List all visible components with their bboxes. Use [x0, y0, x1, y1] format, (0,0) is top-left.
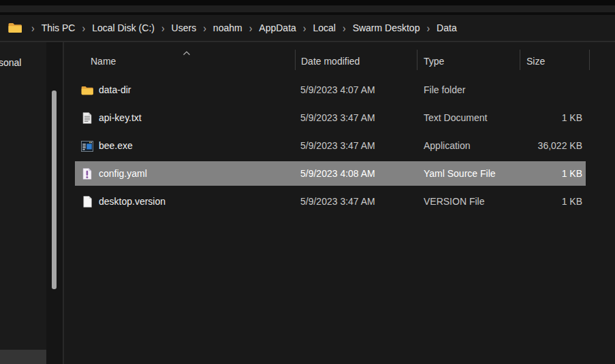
commandbar-strip — [0, 5, 615, 12]
file-date-modified: 5/9/2023 3:47 AM — [300, 132, 375, 160]
column-separator[interactable] — [417, 50, 417, 70]
breadcrumb-item[interactable]: Local — [313, 22, 335, 33]
file-date-modified: 5/9/2023 4:08 AM — [300, 160, 375, 188]
breadcrumb-item[interactable]: noahm — [213, 22, 242, 33]
breadcrumb-chevron-icon: › — [155, 22, 172, 34]
file-type: File folder — [424, 76, 465, 104]
file-list-pane: Name Date modified Type Size data-dir 5/… — [64, 42, 615, 364]
address-bar[interactable]: ›This PC›Local Disk (C:)›Users›noahm›App… — [0, 15, 615, 41]
file-row[interactable]: desktop.version 5/9/2023 3:47 AM VERSION… — [64, 188, 615, 216]
explorer-content: sonal Name Date modified Type Size — [0, 42, 615, 364]
application-icon — [80, 139, 94, 153]
file-type: Application — [424, 132, 471, 160]
file-name: config.yaml — [99, 160, 147, 188]
column-separator[interactable] — [295, 50, 296, 70]
column-header-date-modified[interactable]: Date modified — [301, 48, 360, 75]
file-type: Text Document — [424, 104, 487, 132]
file-size: 1 KB — [500, 160, 582, 188]
file-list: data-dir 5/9/2023 4:07 AM File folder ap… — [64, 76, 615, 216]
breadcrumb-chevron-icon: › — [420, 22, 437, 34]
breadcrumb-item[interactable]: Swarm Desktop — [353, 22, 420, 33]
file-name: bee.exe — [99, 132, 133, 160]
column-header-name[interactable]: Name — [91, 48, 116, 75]
yaml-file-icon — [80, 167, 94, 181]
file-row[interactable]: bee.exe 5/9/2023 3:47 AM Application 36,… — [64, 132, 615, 160]
column-header-size[interactable]: Size — [526, 48, 545, 75]
breadcrumb-chevron-icon: › — [75, 22, 92, 34]
titlebar-strip — [0, 0, 615, 5]
breadcrumb-chevron-icon: › — [296, 22, 313, 34]
column-headers: Name Date modified Type Size — [64, 42, 615, 75]
file-type: Yaml Source File — [424, 160, 496, 188]
file-row[interactable]: data-dir 5/9/2023 4:07 AM File folder — [64, 76, 615, 104]
blank-file-icon — [80, 195, 94, 209]
breadcrumb-chevron-icon: › — [242, 22, 259, 34]
file-name: desktop.version — [99, 188, 165, 216]
file-row[interactable]: config.yaml 5/9/2023 4:08 AM Yaml Source… — [64, 160, 615, 188]
breadcrumb-chevron-icon: › — [196, 22, 213, 34]
sort-ascending-icon — [183, 46, 191, 52]
breadcrumb: ›This PC›Local Disk (C:)›Users›noahm›App… — [25, 22, 457, 33]
breadcrumb-item[interactable]: This PC — [42, 22, 76, 33]
file-explorer-window: ›This PC›Local Disk (C:)›Users›noahm›App… — [0, 0, 615, 364]
sidebar-item-partial[interactable]: sonal — [0, 57, 21, 68]
breadcrumb-item[interactable]: Data — [437, 22, 457, 33]
file-type: VERSION File — [424, 188, 484, 216]
column-header-type[interactable]: Type — [424, 48, 444, 75]
file-size: 1 KB — [500, 104, 582, 132]
navigation-pane: sonal — [0, 42, 46, 364]
file-size: 36,022 KB — [500, 132, 582, 160]
file-row[interactable]: api-key.txt 5/9/2023 3:47 AM Text Docume… — [64, 104, 615, 132]
text-file-icon — [80, 112, 94, 125]
file-date-modified: 5/9/2023 4:07 AM — [300, 76, 375, 104]
scrollbar-thumb[interactable] — [52, 90, 57, 289]
column-separator[interactable] — [520, 50, 520, 70]
breadcrumb-item[interactable]: Users — [172, 22, 197, 33]
breadcrumb-item[interactable]: Local Disk (C:) — [92, 22, 155, 33]
folder-icon — [80, 84, 94, 97]
folder-icon — [8, 22, 22, 33]
column-separator[interactable] — [589, 50, 590, 70]
file-name: data-dir — [99, 76, 131, 104]
file-date-modified: 5/9/2023 3:47 AM — [300, 188, 375, 216]
file-name: api-key.txt — [99, 104, 142, 132]
file-date-modified: 5/9/2023 3:47 AM — [300, 104, 375, 132]
breadcrumb-item[interactable]: AppData — [259, 22, 296, 33]
statusbar-fragment — [0, 350, 46, 364]
breadcrumb-chevron-icon: › — [25, 22, 42, 34]
sidebar-scrollbar[interactable] — [46, 42, 63, 364]
file-size: 1 KB — [500, 188, 582, 216]
breadcrumb-chevron-icon: › — [336, 22, 353, 34]
